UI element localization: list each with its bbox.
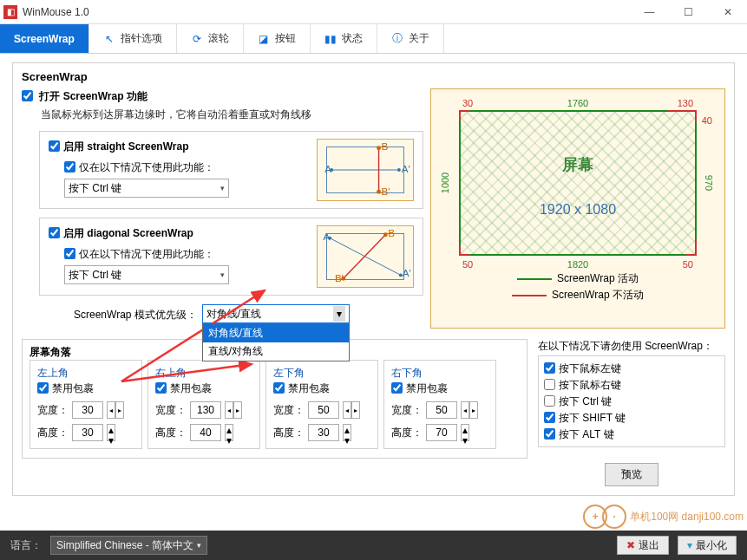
height-stepper[interactable]: ▴▾	[225, 424, 233, 441]
info-icon: ⓘ	[391, 33, 403, 45]
tab-bar: ScreenWrap ↖指针选项 ⟳滚轮 ◪按钮 ▮▮状态 ⓘ关于	[0, 24, 747, 54]
width-input[interactable]: 30	[72, 401, 103, 419]
straight-thumbnail: AA' BB'	[317, 139, 414, 201]
svg-point-3	[397, 168, 401, 172]
enable-screenwrap[interactable]: 打开 ScreenWrap 功能	[22, 90, 147, 102]
svg-point-14	[383, 232, 388, 237]
corner-bottom-left: 左下角禁用包裹宽度：50◂▸高度：30▴▾	[265, 360, 378, 449]
titlebar: ◧ WinMouse 1.0 — ☐ ✕	[0, 0, 747, 24]
width-stepper[interactable]: ◂▸	[461, 401, 478, 419]
width-stepper[interactable]: ◂▸	[225, 401, 242, 419]
height-stepper[interactable]: ▴▾	[461, 424, 469, 441]
svg-text:A: A	[324, 163, 331, 174]
tab-status[interactable]: ▮▮状态	[311, 24, 377, 53]
avoid-item[interactable]: 按下 ALT 键	[544, 427, 719, 442]
diagonal-combo[interactable]: 按下 Ctrl 键▾	[64, 265, 229, 284]
diagonal-box: 启用 diagonal ScreenWrap 仅在以下情况下使用此功能： 按下 …	[39, 218, 423, 296]
tab-screenwrap[interactable]: ScreenWrap	[0, 24, 89, 53]
close-button[interactable]: ✕	[708, 0, 747, 24]
chevron-down-icon: ▾	[220, 270, 225, 279]
corner-bottom-right: 右下角禁用包裹宽度：50◂▸高度：70▴▾	[383, 360, 496, 449]
avoid-item[interactable]: 按下 Ctrl 键	[544, 394, 719, 409]
svg-text:A': A'	[403, 267, 411, 278]
width-stepper[interactable]: ◂▸	[343, 401, 360, 419]
height-input[interactable]: 30	[72, 424, 103, 441]
diagonal-thumbnail: AA' BB'	[317, 225, 414, 288]
status-icon: ▮▮	[324, 33, 337, 45]
height-stepper[interactable]: ▴▾	[107, 424, 115, 441]
pointer-icon: ↖	[103, 33, 115, 45]
enable-straight[interactable]: 启用 straight ScreenWrap	[49, 140, 188, 153]
width-input[interactable]: 130	[190, 401, 221, 419]
straight-only-when[interactable]: 仅在以下情况下使用此功能：	[64, 161, 214, 173]
corner-disable[interactable]: 禁用包裹	[155, 382, 212, 394]
window-title: WinMouse 1.0	[23, 6, 630, 18]
watermark: +· 单机100网 danji100.com	[583, 505, 744, 529]
height-input[interactable]: 40	[190, 424, 221, 441]
wheel-icon: ⟳	[191, 33, 203, 45]
screen-label: 屏幕	[461, 154, 695, 175]
avoid-item[interactable]: 按下鼠标右键	[544, 377, 719, 393]
straight-box: 启用 straight ScreenWrap 仅在以下情况下使用此功能： 按下 …	[39, 131, 423, 209]
maximize-button[interactable]: ☐	[669, 0, 708, 24]
priority-option-1[interactable]: 直线/对角线	[203, 342, 349, 361]
svg-text:B': B'	[381, 186, 390, 197]
description: 当鼠标光标到达屏幕边缘时，它将自动沿着垂直或对角线移	[41, 107, 423, 122]
diagonal-only-when[interactable]: 仅在以下情况下使用此功能：	[64, 248, 214, 260]
height-stepper[interactable]: ▴▾	[343, 424, 351, 441]
height-input[interactable]: 30	[308, 424, 339, 441]
priority-dropdown-list: 对角线/直线 直线/对角线	[202, 323, 350, 361]
svg-text:A: A	[323, 231, 330, 242]
width-stepper[interactable]: ◂▸	[107, 401, 124, 419]
corner-disable[interactable]: 禁用包裹	[37, 382, 94, 394]
corner-top-left: 左上角禁用包裹宽度：30◂▸高度：30▴▾	[29, 360, 142, 449]
lang-label: 语言：	[10, 538, 42, 553]
priority-dropdown[interactable]: 对角线/直线▾ 对角线/直线 直线/对角线	[202, 304, 350, 323]
svg-text:A': A'	[402, 163, 410, 174]
avoid-title: 在以下情况下请勿使用 ScreenWrap：	[538, 339, 725, 354]
svg-line-11	[344, 235, 386, 279]
bottom-bar: 语言： Simplified Chinese - 简体中文▾ ✖退出 ▾最小化	[0, 531, 747, 560]
group-title: ScreenWrap	[22, 70, 725, 83]
tab-wheel[interactable]: ⟳滚轮	[177, 24, 244, 53]
minimize-button[interactable]: —	[630, 0, 669, 24]
minimize-app-button[interactable]: ▾最小化	[678, 536, 737, 555]
svg-point-4	[377, 146, 381, 150]
corner-disable[interactable]: 禁用包裹	[391, 382, 448, 394]
avoid-item[interactable]: 按下鼠标左键	[544, 361, 719, 376]
width-input[interactable]: 50	[426, 401, 457, 419]
chevron-down-icon: ▾	[333, 306, 345, 322]
corner-disable[interactable]: 禁用包裹	[273, 382, 330, 394]
svg-point-5	[377, 190, 381, 194]
screen-resolution: 1920 x 1080	[461, 202, 695, 218]
enable-diagonal[interactable]: 启用 diagonal ScreenWrap	[49, 227, 193, 239]
screenwrap-group: ScreenWrap 打开 ScreenWrap 功能 当鼠标光标到达屏幕边缘时…	[12, 62, 735, 496]
preview-button[interactable]: 预览	[605, 463, 659, 486]
screen-preview: 屏幕 1920 x 1080 30 1760 130 1000 40 970 5…	[430, 88, 725, 329]
straight-combo[interactable]: 按下 Ctrl 键▾	[64, 179, 229, 198]
tab-buttons[interactable]: ◪按钮	[244, 24, 311, 53]
tab-about[interactable]: ⓘ关于	[377, 24, 444, 53]
language-select[interactable]: Simplified Chinese - 简体中文▾	[50, 536, 207, 555]
svg-text:B: B	[381, 140, 388, 152]
priority-label: ScreenWrap 模式优先级：	[74, 304, 197, 322]
tab-pointer[interactable]: ↖指针选项	[89, 24, 177, 53]
avoid-list: 按下鼠标左键按下鼠标右键按下 Ctrl 键按下 SHIFT 键按下 ALT 键	[538, 355, 725, 447]
height-input[interactable]: 70	[426, 424, 457, 441]
exit-button[interactable]: ✖退出	[617, 536, 669, 555]
avoid-item[interactable]: 按下 SHIFT 键	[544, 410, 719, 426]
corner-top-right: 右上角禁用包裹宽度：130◂▸高度：40▴▾	[147, 360, 260, 449]
svg-text:B': B'	[335, 272, 344, 283]
priority-option-0[interactable]: 对角线/直线	[203, 324, 349, 342]
enable-screenwrap-checkbox[interactable]	[22, 90, 33, 101]
width-input[interactable]: 50	[308, 401, 339, 419]
svg-text:B: B	[388, 227, 395, 238]
button-icon: ◪	[258, 33, 270, 45]
app-icon: ◧	[3, 5, 17, 19]
chevron-down-icon: ▾	[220, 184, 225, 192]
